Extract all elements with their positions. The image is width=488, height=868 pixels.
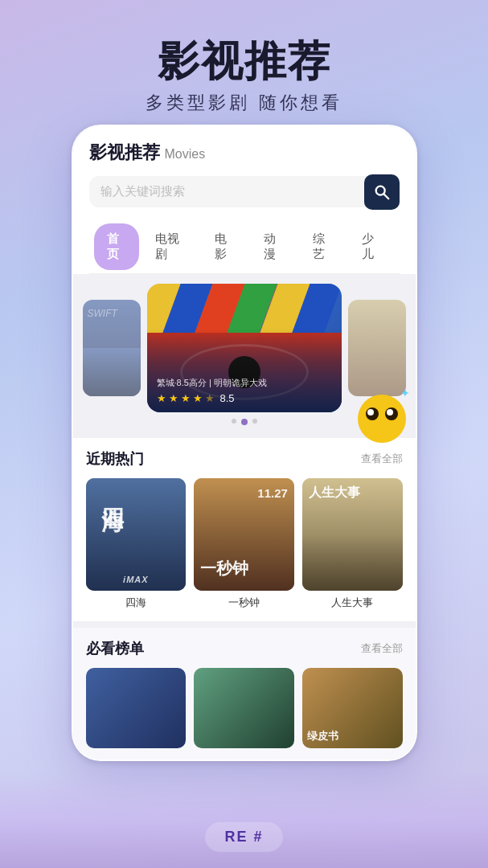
search-bar[interactable]: 输入关键词搜索: [89, 176, 400, 207]
star-5: ★: [205, 392, 215, 404]
svg-line-1: [383, 194, 388, 199]
movie-name-sihai: 四海: [86, 596, 187, 610]
dot-2: [241, 419, 248, 425]
must-watch-more[interactable]: 查看全部: [361, 641, 403, 656]
carousel-section: SWIFT: [73, 274, 416, 432]
dot-3: [252, 419, 257, 424]
nav-tabs: 首页 电视剧 电影 动漫 综艺 少儿: [89, 220, 400, 274]
tab-anime[interactable]: 动漫: [251, 223, 297, 270]
tab-home[interactable]: 首页: [94, 223, 140, 270]
must-watch-section: 必看榜单 查看全部 绿皮书: [73, 628, 416, 760]
hero-subtitle: 多类型影剧 随你想看: [16, 91, 472, 115]
carousel-side-left[interactable]: SWIFT: [83, 300, 141, 396]
must-watch-title: 必看榜单: [86, 639, 144, 658]
recent-hot-more[interactable]: 查看全部: [361, 452, 403, 466]
mascot: ✦: [350, 387, 414, 451]
rating-score: 8.5: [220, 392, 235, 404]
sparkle-icon: ✦: [400, 387, 410, 399]
hero-title: 影视推荐: [16, 39, 472, 84]
mini-poster-1[interactable]: [86, 668, 187, 748]
movie-name-rensheng: 人生大事: [302, 596, 403, 610]
carousel-side-right[interactable]: [348, 300, 406, 396]
movie-name-yimiaoz: 一秒钟: [194, 596, 294, 610]
recent-hot-section: 近期热门 查看全部 四海 iMAX 四海 11.27: [73, 438, 416, 621]
star-3: ★: [181, 392, 191, 404]
star-4: ★: [193, 392, 203, 404]
star-2: ★: [169, 392, 178, 404]
tab-variety[interactable]: 综艺: [300, 223, 346, 270]
app-title-english: Movies: [165, 147, 206, 162]
tab-movie[interactable]: 电影: [202, 223, 248, 270]
hero-section: 影视推荐 多类型影剧 随你想看: [0, 0, 488, 131]
imax-badge: iMAX: [123, 575, 149, 584]
movie-card-yimiaoz[interactable]: 11.27 一秒钟 一秒钟: [194, 478, 294, 610]
movie-card-rensheng[interactable]: 人生大事 人生大事: [302, 478, 403, 610]
phone-mockup: 影视推荐 Movies 输入关键词搜索 首页 电视剧 电影 动漫 综艺: [72, 125, 417, 761]
yimiaoz-text: 一秒钟: [200, 558, 248, 579]
star-1: ★: [157, 392, 166, 404]
rensheng-text: 人生大事: [309, 485, 360, 502]
carousel-tag: 繁城·8.5高分 | 明朝诡异大戏: [157, 377, 332, 389]
sihai-text-icon: 四海: [97, 490, 128, 493]
app-header: 影视推荐 Movies 输入关键词搜索 首页 电视剧 电影 动漫 综艺: [73, 126, 416, 274]
mini-poster-3[interactable]: 绿皮书: [302, 668, 403, 748]
tab-kids[interactable]: 少儿: [349, 223, 395, 270]
re-badge: RE #: [205, 822, 282, 852]
recent-hot-title: 近期热门: [86, 449, 144, 469]
search-icon: [373, 183, 391, 201]
date-text: 11.27: [257, 486, 288, 500]
app-title-chinese: 影视推荐: [89, 141, 160, 165]
search-button[interactable]: [364, 174, 400, 210]
tab-tv[interactable]: 电视剧: [142, 223, 198, 270]
carousel-main[interactable]: 繁城·8.5高分 | 明朝诡异大戏 ★ ★ ★ ★ ★ 8.5: [147, 284, 342, 412]
search-placeholder: 输入关键词搜索: [100, 184, 356, 199]
greenbook-title: 绿皮书: [307, 729, 338, 743]
bottom-overlay: RE #: [0, 772, 488, 868]
movie-card-sihai[interactable]: 四海 iMAX 四海: [86, 478, 187, 610]
mini-poster-2[interactable]: [194, 668, 294, 748]
dot-1: [232, 419, 236, 424]
